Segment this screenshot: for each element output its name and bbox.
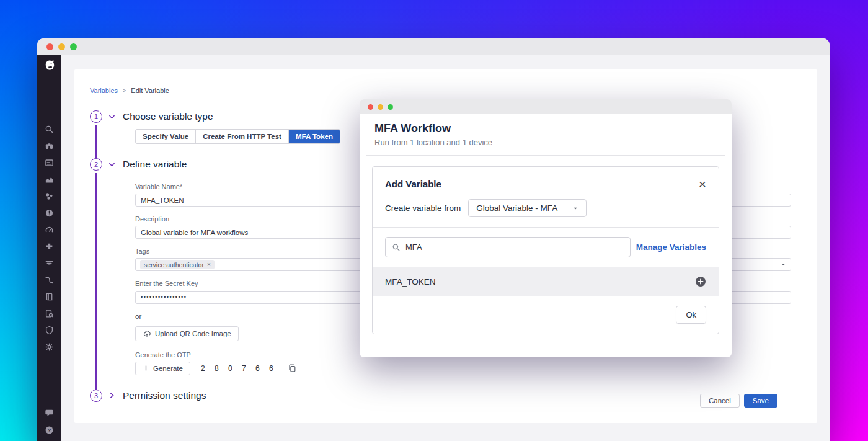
generate-button[interactable]: Generate bbox=[135, 362, 190, 375]
metrics-icon[interactable] bbox=[45, 175, 54, 184]
modal-zoom-window-button[interactable] bbox=[388, 104, 393, 110]
step1-title: Choose variable type bbox=[123, 111, 213, 122]
variable-result-row[interactable]: MFA_TOKEN bbox=[373, 267, 719, 296]
step2-number-badge: 2 bbox=[90, 158, 102, 171]
modal-title: MFA Workflow bbox=[374, 122, 717, 135]
step3-title: Permission settings bbox=[123, 390, 206, 401]
upload-qr-code-label: Upload QR Code Image bbox=[155, 330, 231, 337]
variable-source-dropdown[interactable]: Global Variable - MFA bbox=[468, 199, 587, 217]
modal-minimize-window-button[interactable] bbox=[378, 104, 383, 110]
monitors-gauge-icon[interactable] bbox=[45, 225, 54, 234]
window-titlebar bbox=[37, 38, 830, 55]
variable-search-input[interactable] bbox=[405, 243, 624, 252]
tab-create-from-http-test[interactable]: Create From HTTP Test bbox=[196, 130, 289, 143]
watchdog-icon[interactable] bbox=[45, 141, 54, 151]
search-icon bbox=[392, 243, 401, 252]
create-variable-from-label: Create variable from bbox=[385, 203, 461, 213]
plus-circle-icon bbox=[695, 276, 706, 287]
screen: ? Variables > Edit Variable 1 bbox=[0, 0, 868, 441]
step3-number-badge: 3 bbox=[90, 390, 102, 402]
breadcrumb: Variables > Edit Variable bbox=[90, 87, 817, 94]
step2-title: Define variable bbox=[123, 159, 187, 170]
mfa-workflow-modal: MFA Workflow Run from 1 location and 1 d… bbox=[360, 99, 732, 357]
search-icon[interactable] bbox=[45, 125, 54, 134]
integrations-icon[interactable] bbox=[45, 242, 54, 251]
minimize-window-button[interactable] bbox=[58, 43, 65, 50]
step1-number-badge: 1 bbox=[90, 110, 102, 123]
add-variable-panel: Add Variable × Create variable from Glob… bbox=[372, 166, 719, 334]
settings-gear-icon[interactable] bbox=[45, 342, 54, 352]
variable-result-name: MFA_TOKEN bbox=[385, 277, 436, 287]
close-icon[interactable]: × bbox=[699, 177, 706, 190]
dropdown-caret-icon bbox=[572, 205, 578, 212]
help-icon[interactable]: ? bbox=[45, 425, 54, 435]
breadcrumb-current-page: Edit Variable bbox=[131, 87, 169, 94]
manage-variables-link[interactable]: Manage Variables bbox=[636, 243, 706, 252]
variable-type-tabs: Specify Value Create From HTTP Test MFA … bbox=[135, 129, 340, 144]
breadcrumb-variables-link[interactable]: Variables bbox=[90, 87, 118, 94]
tab-specify-value[interactable]: Specify Value bbox=[136, 130, 196, 143]
tag-pill: service:authenticator × bbox=[140, 260, 215, 269]
plus-icon bbox=[143, 365, 149, 372]
tag-pill-label: service:authenticator bbox=[144, 261, 204, 269]
add-variable-title: Add Variable bbox=[385, 179, 441, 189]
generate-button-label: Generate bbox=[153, 365, 183, 372]
chat-feedback-icon[interactable] bbox=[45, 408, 54, 417]
save-button[interactable]: Save bbox=[744, 394, 777, 408]
dashboards-icon[interactable] bbox=[45, 158, 54, 167]
breadcrumb-separator-icon: > bbox=[123, 87, 126, 94]
apm-services-icon[interactable] bbox=[45, 192, 54, 201]
chevron-down-icon[interactable] bbox=[108, 161, 116, 169]
chevron-down-icon[interactable] bbox=[108, 113, 116, 121]
datadog-logo[interactable] bbox=[42, 58, 56, 73]
remove-tag-icon[interactable]: × bbox=[207, 261, 211, 268]
tags-dropdown-caret-icon[interactable] bbox=[781, 262, 786, 267]
security-shield-icon[interactable] bbox=[45, 326, 54, 335]
chevron-right-icon[interactable] bbox=[108, 391, 116, 399]
audit-trail-icon[interactable] bbox=[45, 309, 54, 318]
variable-source-dropdown-value: Global Variable - MFA bbox=[476, 203, 557, 213]
modal-divider bbox=[366, 155, 725, 156]
modal-titlebar bbox=[360, 99, 732, 114]
variable-search-box[interactable] bbox=[385, 237, 631, 257]
zoom-window-button[interactable] bbox=[70, 43, 77, 50]
logs-filter-icon[interactable] bbox=[45, 259, 54, 268]
ci-pipelines-icon[interactable] bbox=[45, 275, 54, 285]
notebooks-icon[interactable] bbox=[45, 292, 54, 301]
error-tracking-icon[interactable] bbox=[45, 208, 54, 218]
modal-close-window-button[interactable] bbox=[368, 104, 373, 110]
ok-button[interactable]: Ok bbox=[676, 306, 706, 324]
otp-digits: 2 8 0 7 6 6 bbox=[201, 364, 277, 373]
svg-text:?: ? bbox=[47, 427, 50, 434]
copy-icon[interactable] bbox=[288, 363, 297, 373]
page-actions: Cancel Save bbox=[700, 394, 777, 408]
tab-mfa-token[interactable]: MFA Token bbox=[289, 130, 340, 143]
upload-qr-code-button[interactable]: Upload QR Code Image bbox=[135, 326, 239, 341]
modal-subtitle: Run from 1 location and 1 device bbox=[374, 138, 717, 147]
cancel-button[interactable]: Cancel bbox=[700, 394, 740, 408]
add-variable-plus-button[interactable] bbox=[695, 276, 706, 287]
app-sidebar: ? bbox=[37, 55, 61, 441]
upload-cloud-icon bbox=[143, 329, 151, 338]
close-window-button[interactable] bbox=[46, 43, 53, 50]
